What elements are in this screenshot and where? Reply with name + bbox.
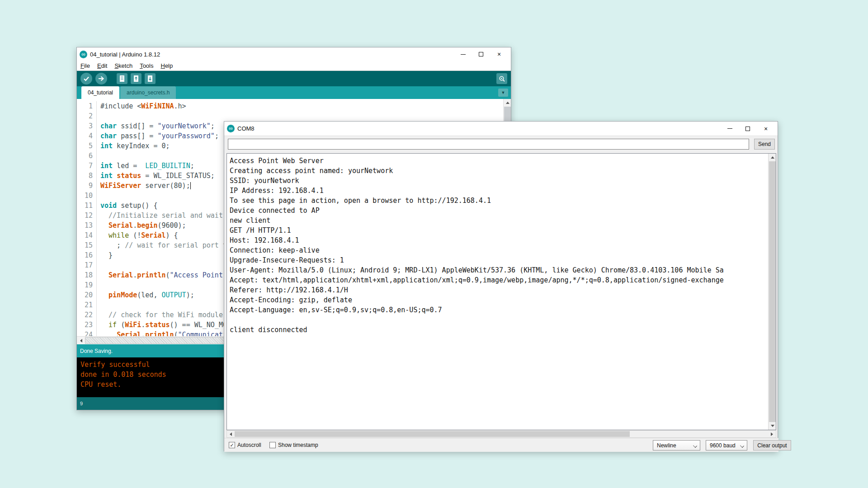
menu-sketch[interactable]: Sketch: [114, 62, 132, 69]
close-button[interactable]: ×: [490, 47, 508, 61]
serial-output-line: Host: 192.168.4.1: [230, 235, 765, 245]
serial-horizontal-scrollbar[interactable]: [226, 430, 776, 438]
ide-menubar: File Edit Sketch Tools Help: [77, 61, 511, 71]
serial-output-line: IP Address: 192.168.4.1: [230, 186, 765, 196]
show-timestamp-checkbox[interactable]: Show timestamp: [269, 442, 318, 448]
serial-output-line: client disconnected: [230, 325, 765, 335]
arrow-right-icon: [98, 75, 104, 82]
menu-file[interactable]: File: [80, 62, 90, 69]
check-icon: [83, 75, 90, 82]
serial-output-line: Device connected to AP: [230, 206, 765, 216]
line-ending-dropdown[interactable]: Newline: [653, 440, 700, 450]
serial-output-line: Creating access point named: yourNetwork: [230, 166, 765, 176]
serial-output-line: User-Agent: Mozilla/5.0 (Linux; Android …: [230, 265, 765, 275]
ide-titlebar[interactable]: ∞ 04_tutorial | Arduino 1.8.12 ×: [77, 47, 511, 61]
ide-tabstrip: 04_tutorial arduino_secrets.h ▼: [77, 86, 511, 99]
serial-output-lines: Access Point Web ServerCreating access p…: [227, 155, 768, 336]
serial-output-line: Referer: http://192.168.4.1/H: [230, 285, 765, 295]
autoscroll-checkbox[interactable]: ✓ Autoscroll: [229, 442, 261, 448]
serial-output-line: Connection: keep-alive: [230, 245, 765, 255]
serial-output-line: Upgrade-Insecure-Requests: 1: [230, 255, 765, 265]
serial-maximize-button[interactable]: [739, 122, 757, 136]
serial-output-area: Access Point Web ServerCreating access p…: [226, 153, 776, 430]
serial-output-line: new client: [230, 216, 765, 225]
serial-output-line: Access Point Web Server: [230, 156, 765, 166]
maximize-button[interactable]: [472, 47, 490, 61]
baud-rate-dropdown[interactable]: 9600 baud: [706, 440, 747, 450]
serial-output-line: SSID: yourNetwork: [230, 176, 765, 186]
arduino-logo-icon: ∞: [80, 51, 87, 58]
scroll-up-arrow-icon[interactable]: [769, 154, 776, 161]
serial-close-button[interactable]: ×: [757, 122, 775, 136]
code-line: 1#include <WiFiNINA.h>: [77, 101, 503, 111]
tab-04-tutorial[interactable]: 04_tutorial: [81, 86, 119, 99]
code-line: 2: [77, 111, 503, 121]
scroll-left-arrow-icon[interactable]: [227, 431, 235, 437]
minimize-button[interactable]: [454, 47, 472, 61]
checkbox-unchecked-icon[interactable]: [269, 442, 276, 448]
scroll-left-arrow-icon[interactable]: [77, 337, 85, 344]
open-button[interactable]: [131, 73, 142, 84]
download-document-icon: [147, 75, 153, 82]
serial-output-line: GET /H HTTP/1.1: [230, 225, 765, 235]
upload-document-icon: [133, 75, 139, 82]
serial-hscroll-thumb[interactable]: [235, 431, 630, 437]
scroll-down-arrow-icon[interactable]: [769, 422, 776, 430]
serial-vertical-scrollbar[interactable]: [768, 154, 776, 430]
send-button[interactable]: Send: [754, 139, 775, 150]
serial-output-line: Accept-Language: en,sv-SE;q=0.9,sv;q=0.8…: [230, 305, 765, 315]
serial-output-line: Accept-Encoding: gzip, deflate: [230, 295, 765, 305]
serial-bottom-bar: ✓ Autoscroll Show timestamp Newline 9600…: [224, 438, 778, 452]
serial-titlebar[interactable]: ∞ COM8 ×: [224, 122, 778, 136]
save-button[interactable]: [145, 73, 156, 84]
ide-window-title: 04_tutorial | Arduino 1.8.12: [90, 51, 454, 58]
text-cursor: [190, 182, 191, 189]
magnifier-icon: [499, 75, 505, 82]
document-icon: [119, 75, 125, 82]
clear-output-button[interactable]: Clear output: [753, 440, 791, 450]
menu-help[interactable]: Help: [160, 62, 173, 69]
serial-send-input[interactable]: [228, 139, 749, 150]
upload-button[interactable]: [95, 73, 107, 84]
chevron-down-icon: [740, 444, 744, 448]
scroll-up-arrow-icon[interactable]: [504, 99, 511, 107]
tab-arduino-secrets[interactable]: arduino_secrets.h: [120, 86, 176, 99]
scroll-right-arrow-icon[interactable]: [768, 431, 776, 437]
serial-minimize-button[interactable]: [721, 122, 739, 136]
checkbox-checked-icon[interactable]: ✓: [229, 442, 235, 448]
serial-output-line: [230, 315, 765, 325]
serial-window-title: COM8: [237, 125, 721, 132]
ide-toolbar: [77, 71, 511, 86]
arduino-logo-icon: ∞: [227, 125, 235, 132]
new-sketch-button[interactable]: [117, 73, 127, 84]
serial-vscroll-thumb[interactable]: [769, 161, 776, 422]
serial-monitor-button[interactable]: [496, 73, 507, 84]
menu-tools[interactable]: Tools: [140, 62, 153, 69]
verify-button[interactable]: [80, 73, 92, 84]
chevron-down-icon: [693, 444, 697, 448]
serial-monitor-window: ∞ COM8 × Send Access Point Web ServerCre…: [224, 121, 778, 451]
serial-output-line: Accept: text/html,application/xhtml+xml,…: [230, 275, 765, 285]
tab-list-dropdown-button[interactable]: ▼: [498, 89, 508, 97]
menu-edit[interactable]: Edit: [97, 62, 107, 69]
serial-output-line: To see this page in action, open a brows…: [230, 196, 765, 206]
